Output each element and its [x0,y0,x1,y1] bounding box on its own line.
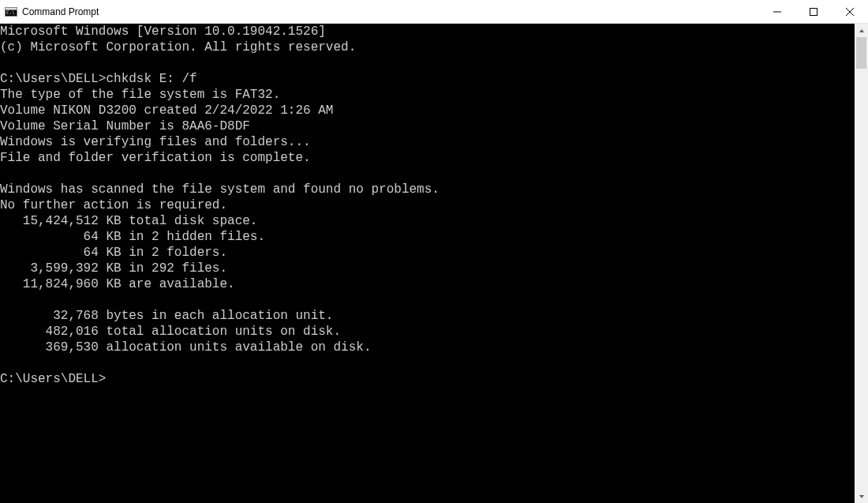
terminal-output[interactable]: Microsoft Windows [Version 10.0.19042.15… [0,24,855,503]
svg-marker-8 [859,495,864,498]
svg-text:C:\: C:\ [6,9,15,15]
terminal-line: Volume Serial Number is 8AA6-D8DF [0,118,855,134]
terminal-line: 11,824,960 KB are available. [0,276,855,292]
terminal-line: 32,768 bytes in each allocation unit. [0,308,855,324]
window-controls [759,0,868,23]
svg-marker-7 [859,29,864,32]
terminal-line: (c) Microsoft Corporation. All rights re… [0,39,855,55]
terminal-line [0,355,855,371]
terminal-line [0,292,855,308]
content-row: Microsoft Windows [Version 10.0.19042.15… [0,24,868,503]
terminal-line [0,166,855,182]
terminal-line: Volume NIKON D3200 created 2/24/2022 1:2… [0,103,855,118]
minimize-button[interactable] [759,0,795,23]
scroll-thumb[interactable] [856,37,866,69]
terminal-line: C:\Users\DELL>chkdsk E: /f [0,71,855,87]
cmd-icon: C:\ [5,6,17,18]
close-button[interactable] [832,0,868,23]
window-title: Command Prompt [22,6,99,17]
command-prompt-window: C:\ Command Prompt Microsoft Windows [Ve… [0,0,868,503]
terminal-line: 369,530 allocation units available on di… [0,340,855,355]
maximize-button[interactable] [795,0,832,23]
terminal-line: 64 KB in 2 hidden files. [0,229,855,245]
terminal-line: 15,424,512 KB total disk space. [0,213,855,229]
vertical-scrollbar[interactable] [855,24,868,503]
terminal-line: Windows has scanned the file system and … [0,182,855,197]
scroll-up-button[interactable] [855,24,868,37]
titlebar[interactable]: C:\ Command Prompt [0,0,868,24]
terminal-line: 64 KB in 2 folders. [0,245,855,261]
terminal-line: 3,599,392 KB in 292 files. [0,261,855,276]
scroll-down-button[interactable] [855,490,868,503]
terminal-line: File and folder verification is complete… [0,150,855,166]
terminal-line: C:\Users\DELL> [0,371,855,387]
terminal-line: The type of the file system is FAT32. [0,87,855,103]
terminal-line: No further action is required. [0,197,855,213]
terminal-line: Windows is verifying files and folders..… [0,134,855,150]
terminal-line [0,55,855,71]
terminal-line: Microsoft Windows [Version 10.0.19042.15… [0,24,855,39]
svg-rect-4 [810,8,817,15]
terminal-line: 482,016 total allocation units on disk. [0,324,855,340]
